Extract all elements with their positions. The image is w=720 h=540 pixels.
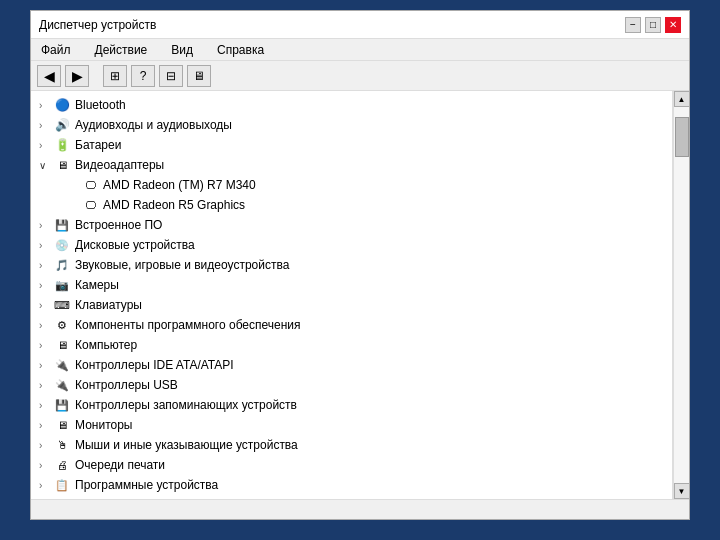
menu-help[interactable]: Справка xyxy=(211,41,270,59)
scroll-thumb[interactable] xyxy=(675,117,689,157)
list-item[interactable]: › 🔋 Батареи xyxy=(31,135,672,155)
list-item[interactable]: › ⌨ Клавиатуры xyxy=(31,295,672,315)
list-item[interactable]: 🖵 AMD Radeon R5 Graphics xyxy=(31,195,672,215)
audio-icon: 🔊 xyxy=(53,117,71,133)
item-label: Дисковые устройства xyxy=(75,238,195,252)
window-title: Диспетчер устройств xyxy=(39,18,156,32)
list-item[interactable]: › 💿 Дисковые устройства xyxy=(31,235,672,255)
expand-arrow: › xyxy=(39,460,53,471)
scroll-up-button[interactable]: ▲ xyxy=(674,91,690,107)
print-icon: 🖨 xyxy=(53,457,71,473)
list-item[interactable]: › 🔊 Аудиовходы и аудиовыходы xyxy=(31,115,672,135)
monitor-icon: 🖥 xyxy=(53,417,71,433)
sound-icon: 🎵 xyxy=(53,257,71,273)
menu-file[interactable]: Файл xyxy=(35,41,77,59)
expand-arrow: › xyxy=(39,480,53,491)
list-item[interactable]: › 🔌 Контроллеры IDE ATA/ATAPI xyxy=(31,355,672,375)
expand-arrow: › xyxy=(39,280,53,291)
list-item[interactable]: › 💾 Встроенное ПО xyxy=(31,215,672,235)
item-label: Компьютер xyxy=(75,338,137,352)
expand-arrow: › xyxy=(39,260,53,271)
expand-arrow: › xyxy=(39,380,53,391)
item-label: Bluetooth xyxy=(75,98,126,112)
device-tree[interactable]: › 🔵 Bluetooth › 🔊 Аудиовходы и аудиовыхо… xyxy=(31,91,673,499)
maximize-button[interactable]: □ xyxy=(645,17,661,33)
item-label: AMD Radeon R5 Graphics xyxy=(103,198,245,212)
expand-arrow: › xyxy=(39,240,53,251)
content-area: › 🔵 Bluetooth › 🔊 Аудиовходы и аудиовыхо… xyxy=(31,91,689,499)
item-label: Контроллеры запоминающих устройств xyxy=(75,398,297,412)
toolbar-btn3[interactable]: ⊟ xyxy=(159,65,183,87)
firmware-icon: 💾 xyxy=(53,217,71,233)
forward-button[interactable]: ▶ xyxy=(65,65,89,87)
item-label: Видеоадаптеры xyxy=(75,158,164,172)
prog-icon: 📋 xyxy=(53,477,71,493)
item-label: Контроллеры IDE ATA/ATAPI xyxy=(75,358,234,372)
expand-arrow: › xyxy=(39,440,53,451)
item-label: Батареи xyxy=(75,138,121,152)
item-label: Встроенное ПО xyxy=(75,218,162,232)
item-label: Клавиатуры xyxy=(75,298,142,312)
list-item[interactable]: › 🖱 Мыши и иные указывающие устройства xyxy=(31,435,672,455)
ide-icon: 🔌 xyxy=(53,357,71,373)
expand-arrow: › xyxy=(39,140,53,151)
list-item[interactable]: ∨ 🖥 Видеоадаптеры xyxy=(31,155,672,175)
bluetooth-icon: 🔵 xyxy=(53,97,71,113)
item-label: Аудиовходы и аудиовыходы xyxy=(75,118,232,132)
disk-icon: 💿 xyxy=(53,237,71,253)
expand-arrow: › xyxy=(39,360,53,371)
list-item[interactable]: › 🔵 Bluetooth xyxy=(31,95,672,115)
item-label: AMD Radeon (TM) R7 M340 xyxy=(103,178,256,192)
expand-arrow: › xyxy=(39,340,53,351)
title-bar: Диспетчер устройств − □ ✕ xyxy=(31,11,689,39)
expand-arrow: › xyxy=(39,100,53,111)
expand-arrow: › xyxy=(39,400,53,411)
help-button[interactable]: ? xyxy=(131,65,155,87)
gpu-icon: 🖵 xyxy=(81,197,99,213)
list-item[interactable]: › 🖨 Очереди печати xyxy=(31,455,672,475)
item-label: Камеры xyxy=(75,278,119,292)
keyboard-icon: ⌨ xyxy=(53,297,71,313)
expand-arrow: ∨ xyxy=(39,160,53,171)
gpu-icon: 🖵 xyxy=(81,177,99,193)
toolbar-btn4[interactable]: 🖥 xyxy=(187,65,211,87)
menu-action[interactable]: Действие xyxy=(89,41,154,59)
status-bar xyxy=(31,499,689,519)
list-item[interactable]: 🖵 AMD Radeon (TM) R7 M340 xyxy=(31,175,672,195)
close-button[interactable]: ✕ xyxy=(665,17,681,33)
toolbar-btn1[interactable]: ⊞ xyxy=(103,65,127,87)
camera-icon: 📷 xyxy=(53,277,71,293)
mouse-icon: 🖱 xyxy=(53,437,71,453)
window-controls: − □ ✕ xyxy=(625,17,681,33)
list-item[interactable]: › 🖥 Компьютер xyxy=(31,335,672,355)
list-item[interactable]: › 🎵 Звуковые, игровые и видеоустройства xyxy=(31,255,672,275)
expand-arrow: › xyxy=(39,420,53,431)
minimize-button[interactable]: − xyxy=(625,17,641,33)
list-item[interactable]: › 🖥 Мониторы xyxy=(31,415,672,435)
device-manager-window: Диспетчер устройств − □ ✕ Файл Действие … xyxy=(30,10,690,520)
software-icon: ⚙ xyxy=(53,317,71,333)
list-item[interactable]: › ⚙ Компоненты программного обеспечения xyxy=(31,315,672,335)
menu-bar: Файл Действие Вид Справка xyxy=(31,39,689,61)
scroll-track[interactable] xyxy=(674,107,689,483)
list-item[interactable]: › 📷 Камеры xyxy=(31,275,672,295)
expand-arrow: › xyxy=(39,300,53,311)
computer-icon: 🖥 xyxy=(53,337,71,353)
item-label: Очереди печати xyxy=(75,458,165,472)
list-item[interactable]: › 💾 Контроллеры запоминающих устройств xyxy=(31,395,672,415)
toolbar: ◀ ▶ ⊞ ? ⊟ 🖥 xyxy=(31,61,689,91)
usb-icon: 🔌 xyxy=(53,377,71,393)
expand-arrow: › xyxy=(39,220,53,231)
display-icon: 🖥 xyxy=(53,157,71,173)
expand-arrow: › xyxy=(39,320,53,331)
vertical-scrollbar[interactable]: ▲ ▼ xyxy=(673,91,689,499)
scroll-down-button[interactable]: ▼ xyxy=(674,483,690,499)
back-button[interactable]: ◀ xyxy=(37,65,61,87)
battery-icon: 🔋 xyxy=(53,137,71,153)
list-item[interactable]: › 📋 Программные устройства xyxy=(31,475,672,495)
list-item[interactable]: › 🔌 Контроллеры USB xyxy=(31,375,672,395)
item-label: Компоненты программного обеспечения xyxy=(75,318,301,332)
expand-arrow: › xyxy=(39,120,53,131)
menu-view[interactable]: Вид xyxy=(165,41,199,59)
item-label: Звуковые, игровые и видеоустройства xyxy=(75,258,289,272)
